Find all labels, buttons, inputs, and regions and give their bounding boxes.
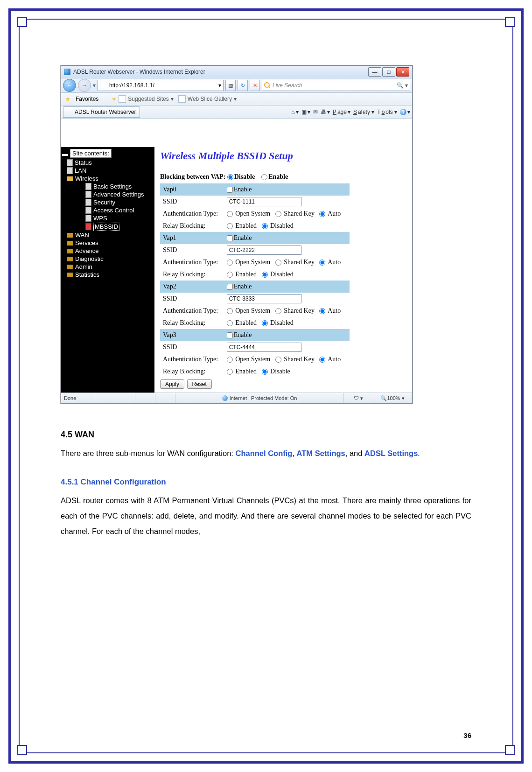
- vap0-auth-shared-radio[interactable]: [275, 211, 281, 217]
- collapse-icon[interactable]: ▬: [62, 150, 68, 157]
- vap0-ssid-input[interactable]: [227, 197, 301, 206]
- compat-button[interactable]: ▧: [225, 80, 236, 91]
- vap3-enable-checkbox[interactable]: [227, 332, 233, 338]
- vap2-ssid-input[interactable]: [227, 294, 301, 303]
- blocking-disable-radio[interactable]: [227, 174, 233, 180]
- tree-item-mbssid[interactable]: MBSSID: [61, 222, 154, 231]
- favorites-star-icon[interactable]: ★: [65, 95, 71, 103]
- page-icon: [85, 207, 91, 214]
- print-icon: 🖶: [321, 109, 326, 115]
- page-icon: [85, 191, 91, 198]
- nav-toolbar: ← → ▾ http://192.168.1.1/ ▾ ▧ ↻ ✕ Live S…: [61, 78, 412, 93]
- back-button[interactable]: ←: [63, 79, 76, 92]
- tree-item-wan[interactable]: WAN: [61, 231, 154, 239]
- search-go-icon[interactable]: 🔍 ▾: [397, 82, 408, 89]
- home-button[interactable]: ⌂ ▾: [292, 109, 299, 115]
- vap1-auth-open-radio[interactable]: [227, 260, 233, 266]
- chevron-down-icon: ▾: [234, 96, 237, 102]
- print-button[interactable]: 🖶 ▾: [321, 109, 330, 115]
- vap3-auth-shared-radio[interactable]: [275, 357, 281, 363]
- vap3-relay-disabled-radio[interactable]: [262, 369, 268, 375]
- tree-item-wps[interactable]: WPS: [61, 214, 154, 222]
- vap1-auth-shared-radio[interactable]: [275, 260, 281, 266]
- tree-item-access-control[interactable]: Access Control: [61, 206, 154, 214]
- vap0-relay-enabled-radio[interactable]: [227, 223, 233, 229]
- vap1-enable-checkbox[interactable]: [227, 235, 233, 241]
- zoom-control[interactable]: 🔍 100% ▾: [373, 393, 412, 403]
- mail-button[interactable]: ✉: [313, 109, 318, 115]
- recent-dropdown-icon[interactable]: ▾: [93, 82, 96, 89]
- vap2-auth-auto-radio[interactable]: [319, 308, 325, 314]
- feeds-button[interactable]: ▣ ▾: [301, 109, 310, 115]
- stop-button[interactable]: ✕: [250, 80, 260, 91]
- vap1-relay-enabled-radio[interactable]: [227, 272, 233, 278]
- favorites-bar: ★ Favorites ★ Suggested Sites ▾ Web Slic…: [61, 93, 412, 105]
- tree-item-services[interactable]: Services: [61, 239, 154, 247]
- page-menu[interactable]: Page ▾: [333, 109, 350, 115]
- link-atm-settings: ATM Settings: [297, 449, 345, 457]
- window-title: ADSL Router Webserver - Windows Internet…: [73, 69, 368, 75]
- close-button[interactable]: ✕: [396, 67, 409, 77]
- url-text: http://192.168.1.1/: [109, 82, 217, 89]
- protected-mode-icon[interactable]: 🛡 ▾: [344, 393, 373, 403]
- page-icon: [85, 199, 91, 206]
- status-done: Done: [61, 393, 95, 403]
- vap2-relay-enabled-radio[interactable]: [227, 320, 233, 326]
- page-icon: [67, 167, 73, 174]
- page-icon: [85, 223, 91, 230]
- tree-item-diagnostic[interactable]: Diagnostic: [61, 255, 154, 263]
- refresh-button[interactable]: ↻: [238, 80, 248, 91]
- search-placeholder: Live Search: [273, 82, 302, 89]
- tree-item-admin[interactable]: Admin: [61, 263, 154, 271]
- command-bar: ADSL Router Webserver ⌂ ▾ ▣ ▾ ✉ 🖶 ▾ Page…: [61, 105, 412, 119]
- address-bar[interactable]: http://192.168.1.1/ ▾: [98, 80, 224, 91]
- folder-icon: [67, 265, 73, 269]
- apply-button[interactable]: Apply: [160, 379, 184, 389]
- vap2-auth-shared-radio[interactable]: [275, 308, 281, 314]
- ie-icon: [67, 109, 73, 115]
- vap3-auth-auto-radio[interactable]: [319, 357, 325, 363]
- vap0-relay-disabled-radio[interactable]: [262, 223, 268, 229]
- tree-item-security[interactable]: Security: [61, 198, 154, 206]
- tree-item-advanced-settings[interactable]: Advanced Settings: [61, 190, 154, 198]
- vap1-auth-auto-radio[interactable]: [319, 260, 325, 266]
- browser-tab[interactable]: ADSL Router Webserver: [63, 106, 140, 118]
- suggested-sites[interactable]: ★ Suggested Sites ▾: [112, 95, 173, 103]
- tree-item-status[interactable]: Status: [61, 159, 154, 167]
- blocking-row: Blocking between VAP: Disable Enable: [160, 173, 406, 181]
- blocking-enable-radio[interactable]: [261, 174, 267, 180]
- minimize-button[interactable]: —: [368, 67, 381, 77]
- tools-menu[interactable]: Tools ▾: [377, 109, 397, 115]
- vap0-enable-checkbox[interactable]: [227, 187, 233, 193]
- link-adsl-settings: ADSL Settings: [364, 449, 418, 457]
- vap0-auth-auto-radio[interactable]: [319, 211, 325, 217]
- vap2-enable-checkbox[interactable]: [227, 284, 233, 290]
- url-dropdown-icon[interactable]: ▾: [218, 82, 221, 89]
- favorites-label[interactable]: Favorites: [76, 96, 98, 102]
- help-button[interactable]: ? ▾: [400, 109, 410, 115]
- window-titlebar: ADSL Router Webserver - Windows Internet…: [61, 66, 412, 78]
- folder-open-icon: [67, 176, 73, 181]
- maximize-button[interactable]: □: [382, 67, 395, 77]
- vap2-relay-disabled-radio[interactable]: [262, 320, 268, 326]
- forward-button[interactable]: →: [78, 79, 91, 92]
- vap1-relay-disabled-radio[interactable]: [262, 272, 268, 278]
- vap1-ssid-input[interactable]: [227, 246, 301, 255]
- tree-item-basic-settings[interactable]: Basic Settings: [61, 182, 154, 190]
- vap3-relay-enabled-radio[interactable]: [227, 369, 233, 375]
- tree-item-statistics[interactable]: Statistics: [61, 271, 154, 279]
- chevron-down-icon: ▾: [171, 96, 174, 102]
- vap3-auth-open-radio[interactable]: [227, 357, 233, 363]
- tree-item-lan[interactable]: LAN: [61, 167, 154, 175]
- search-box[interactable]: Live Search 🔍 ▾: [262, 80, 410, 91]
- tree-item-advance[interactable]: Advance: [61, 247, 154, 255]
- webslice-gallery[interactable]: Web Slice Gallery ▾: [178, 95, 237, 103]
- vap3-ssid-input[interactable]: [227, 343, 301, 352]
- safety-menu[interactable]: Safety ▾: [353, 109, 374, 115]
- tree-item-wireless[interactable]: Wireless: [61, 175, 154, 182]
- reset-button[interactable]: Reset: [187, 379, 212, 389]
- panel-heading: Wireless Multiple BSSID Setup: [160, 150, 406, 162]
- folder-icon: [67, 241, 73, 246]
- vap2-auth-open-radio[interactable]: [227, 308, 233, 314]
- vap0-auth-open-radio[interactable]: [227, 211, 233, 217]
